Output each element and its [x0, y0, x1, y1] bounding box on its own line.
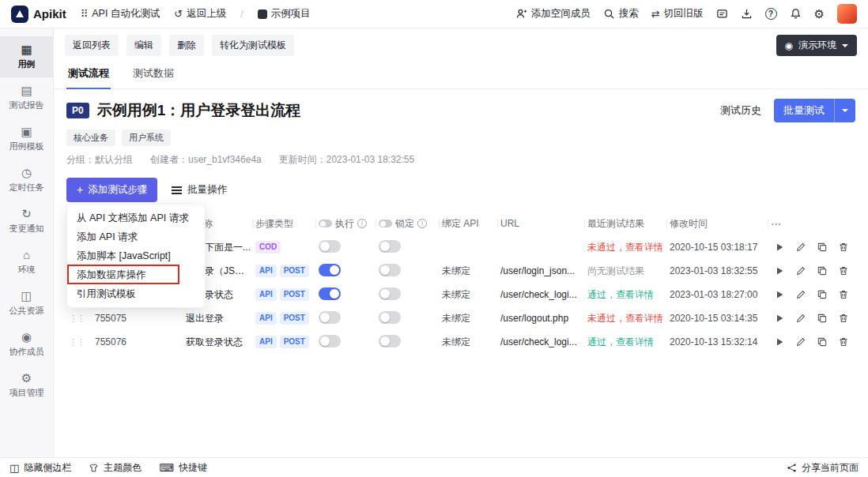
test-result-link[interactable]: 未通过，查看详情	[587, 312, 670, 325]
hide-sidebar-button[interactable]: 隐藏侧边栏	[9, 461, 71, 475]
main-panel: 返回列表 编辑 删除 转化为测试模板 演示环境 测试流程 测试数据 P0 示例用…	[54, 28, 868, 457]
delete-button[interactable]: 删除	[169, 35, 204, 56]
mini-toggle-icon[interactable]	[379, 220, 392, 227]
user-avatar[interactable]	[837, 4, 857, 24]
sidebar-item-case-template[interactable]: 用例模板	[0, 118, 53, 160]
sidebar-item-change-notify[interactable]: 变更通知	[0, 201, 53, 242]
drag-handle-icon[interactable]	[69, 314, 85, 323]
add-member-button[interactable]: 添加空间成员	[515, 7, 591, 21]
sidebar-item-scheduled-task[interactable]: 定时任务	[0, 160, 53, 201]
step-url: /user/logout.php	[500, 313, 587, 324]
sidebar-item-test-report[interactable]: 测试报告	[0, 77, 53, 118]
lock-toggle[interactable]	[379, 335, 401, 347]
tab-test-flow[interactable]: 测试流程	[66, 61, 111, 89]
env-label: 演示环境	[798, 39, 836, 52]
copy-step-icon[interactable]	[817, 289, 828, 300]
tab-test-data[interactable]: 测试数据	[131, 61, 175, 88]
delete-step-icon[interactable]	[838, 265, 849, 276]
test-history-button[interactable]: 测试历史	[720, 103, 761, 118]
delete-step-icon[interactable]	[838, 242, 849, 253]
add-step-button[interactable]: 添加测试步骤	[66, 178, 157, 202]
sidebar-item-environment[interactable]: 环境	[0, 242, 53, 283]
delete-step-icon[interactable]	[838, 313, 849, 324]
sidebar-item-members[interactable]: 协作成员	[0, 324, 53, 365]
back-to-list-button[interactable]: 返回列表	[65, 35, 119, 56]
theme-color-button[interactable]: 主题颜色	[89, 461, 142, 475]
test-result-link[interactable]: 未通过，查看详情	[587, 241, 670, 254]
lock-toggle[interactable]	[379, 240, 401, 253]
test-result-link[interactable]: 尚无测试结果	[587, 265, 670, 278]
sidebar-item-public-resource[interactable]: 公共资源	[0, 283, 53, 324]
step-name[interactable]: 退出登录	[186, 312, 255, 325]
copy-step-icon[interactable]	[817, 336, 828, 347]
back-parent-button[interactable]: 返回上级	[174, 7, 226, 21]
edit-step-icon[interactable]	[795, 336, 806, 347]
lock-toggle[interactable]	[379, 287, 401, 300]
table-row: 755075 退出登录 API POST 未绑定 /user/logout.ph…	[66, 306, 855, 330]
edit-step-icon[interactable]	[795, 313, 806, 324]
exec-toggle[interactable]	[319, 287, 341, 300]
exec-toggle[interactable]	[319, 335, 341, 347]
modified-time: 2023-01-03 18:27:00	[670, 289, 771, 300]
step-name[interactable]: 获取登录状态	[186, 336, 255, 349]
mini-toggle-icon[interactable]	[319, 220, 332, 227]
exec-toggle[interactable]	[319, 240, 341, 253]
module-switcher[interactable]: API 自动化测试	[81, 7, 160, 21]
sidebar-item-project-manage[interactable]: 项目管理	[0, 365, 53, 406]
copy-step-icon[interactable]	[817, 242, 828, 253]
run-step-icon[interactable]	[774, 289, 785, 300]
shortcuts-button[interactable]: 快捷键	[159, 461, 207, 475]
case-group: 分组：默认分组	[66, 153, 133, 167]
menu-item-use-template[interactable]: 引用测试模板	[67, 284, 205, 303]
menu-item-add-script[interactable]: 添加脚本 [JavaScript]	[67, 246, 205, 265]
app-logo[interactable]: Apikit	[11, 6, 66, 23]
run-step-icon[interactable]	[774, 242, 785, 253]
sidebar-item-usecase[interactable]: 用例	[0, 36, 53, 77]
share-page-button[interactable]: 分享当前页面	[787, 461, 859, 475]
bell-icon[interactable]	[790, 8, 802, 20]
copy-step-icon[interactable]	[817, 313, 828, 324]
breadcrumb-project[interactable]: 示例项目	[258, 7, 311, 21]
download-icon[interactable]	[741, 8, 753, 20]
run-step-icon[interactable]	[774, 336, 785, 347]
switch-old-label: 切回旧版	[664, 7, 704, 21]
convert-template-button[interactable]: 转化为测试模板	[212, 35, 294, 56]
search-button[interactable]: 搜索	[603, 7, 639, 21]
delete-step-icon[interactable]	[838, 336, 849, 347]
exec-toggle[interactable]	[319, 264, 341, 276]
sidebar-item-label: 变更通知	[9, 223, 44, 235]
more-icon[interactable]	[771, 219, 781, 229]
batch-operations-button[interactable]: 批量操作	[172, 183, 227, 197]
info-icon[interactable]	[417, 219, 427, 228]
copy-step-icon[interactable]	[817, 265, 828, 276]
menu-item-add-api-request[interactable]: 添加 API 请求	[67, 227, 205, 246]
lock-toggle[interactable]	[379, 311, 401, 324]
test-result-link[interactable]: 通过，查看详情	[587, 288, 670, 302]
env-selector[interactable]: 演示环境	[776, 35, 857, 56]
batch-test-button[interactable]: 批量测试	[774, 99, 855, 122]
run-step-icon[interactable]	[774, 313, 785, 324]
status-bar: 隐藏侧边栏 主题颜色 快捷键 分享当前页面	[0, 457, 868, 477]
edit-step-icon[interactable]	[795, 265, 806, 276]
settings-gear-icon[interactable]	[814, 8, 825, 20]
run-step-icon[interactable]	[774, 265, 785, 276]
edit-button[interactable]: 编辑	[126, 35, 161, 56]
help-icon[interactable]	[765, 8, 777, 20]
edit-step-icon[interactable]	[795, 242, 806, 253]
delete-step-icon[interactable]	[838, 289, 849, 300]
step-url: /user/check_logi...	[500, 336, 587, 347]
switch-old-button[interactable]: 切回旧版	[651, 7, 704, 21]
batch-test-caret[interactable]	[835, 109, 855, 112]
exec-toggle[interactable]	[319, 311, 341, 324]
test-result-link[interactable]: 通过，查看详情	[587, 336, 670, 349]
feedback-icon[interactable]	[716, 8, 728, 20]
edit-step-icon[interactable]	[795, 289, 806, 300]
lock-toggle[interactable]	[379, 264, 401, 276]
menu-item-add-database-op[interactable]: 添加数据库操作	[67, 265, 205, 284]
sidebar-item-label: 协作成员	[9, 346, 44, 358]
menu-item-add-from-api-doc[interactable]: 从 API 文档添加 API 请求	[67, 208, 205, 227]
share-page-label: 分享当前页面	[802, 461, 859, 475]
sidebar-panel-icon	[9, 462, 19, 474]
info-icon[interactable]	[357, 219, 367, 228]
drag-handle-icon[interactable]	[69, 338, 85, 347]
